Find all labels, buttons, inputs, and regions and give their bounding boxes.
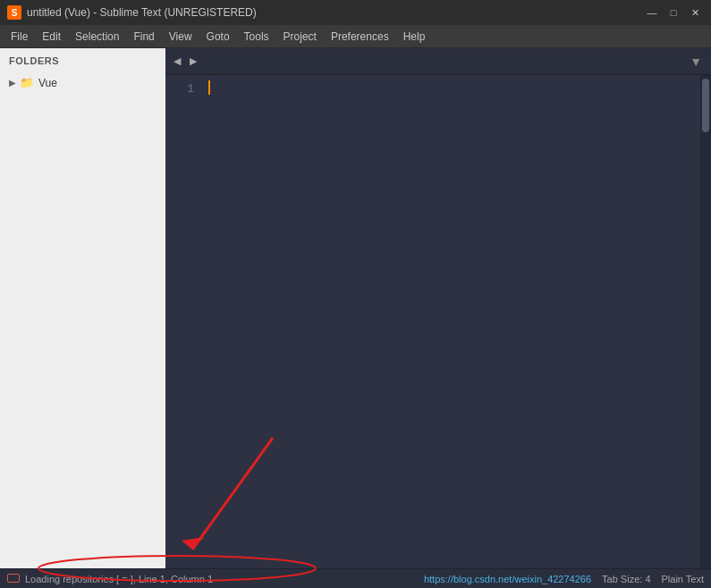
status-left: Loading repositories [ = ], Line 1, Colu… — [7, 574, 424, 584]
loading-status-text: Loading repositories [ = ], Line 1, Colu… — [25, 574, 213, 584]
menu-bar: File Edit Selection Find View Goto Tools… — [0, 25, 711, 48]
editor-area: ◀ ▶ ▼ 1 — [165, 48, 711, 568]
minimize-button[interactable]: — — [643, 4, 661, 21]
scrollbar-thumb[interactable] — [702, 79, 709, 132]
title-bar: S untitled (Vue) - Sublime Text (UNREGIS… — [0, 0, 711, 25]
sidebar-content: ▶ 📁 Vue — [0, 71, 165, 568]
sidebar-header: FOLDERS — [0, 48, 165, 71]
tab-bar: ◀ ▶ ▼ — [165, 48, 711, 75]
code-container: 1 — [165, 75, 711, 568]
tab-size-text: Tab Size: 4 — [602, 574, 650, 584]
sidebar-item-vue[interactable]: ▶ 📁 Vue — [0, 73, 165, 92]
menu-item-selection[interactable]: Selection — [68, 29, 126, 45]
menu-item-project[interactable]: Project — [276, 29, 324, 45]
git-icon — [7, 574, 21, 584]
folder-arrow-icon: ▶ — [9, 78, 16, 88]
text-cursor — [208, 80, 210, 95]
cursor-line — [208, 80, 693, 95]
scrollbar[interactable] — [700, 75, 711, 568]
menu-item-edit[interactable]: Edit — [35, 29, 68, 45]
line-number: 1 — [165, 80, 194, 99]
menu-item-view[interactable]: View — [162, 29, 199, 45]
close-button[interactable]: ✕ — [686, 4, 704, 21]
main-layout: FOLDERS ▶ 📁 Vue ◀ ▶ ▼ 1 — [0, 48, 711, 568]
status-right: https://blog.csdn.net/weixin_42274266 Ta… — [424, 574, 704, 584]
git-status-icon — [7, 574, 20, 583]
menu-item-preferences[interactable]: Preferences — [324, 29, 396, 45]
menu-item-help[interactable]: Help — [396, 29, 433, 45]
tab-dropdown-button[interactable]: ▼ — [684, 55, 707, 69]
sidebar: FOLDERS ▶ 📁 Vue — [0, 48, 165, 568]
menu-item-find[interactable]: Find — [126, 29, 161, 45]
folder-icon: 📁 — [20, 76, 34, 89]
line-numbers: 1 — [165, 75, 201, 568]
window-controls: — □ ✕ — [643, 4, 704, 21]
status-bar: Loading repositories [ = ], Line 1, Colu… — [0, 568, 711, 588]
url-text: https://blog.csdn.net/weixin_42274266 — [424, 574, 591, 584]
folder-label: Vue — [38, 77, 57, 89]
menu-item-file[interactable]: File — [4, 29, 35, 45]
menu-item-goto[interactable]: Goto — [199, 29, 237, 45]
tab-prev-button[interactable]: ◀ — [169, 54, 185, 69]
app-icon: S — [7, 5, 21, 20]
code-editor[interactable] — [201, 75, 700, 568]
menu-item-tools[interactable]: Tools — [237, 29, 276, 45]
window-title: untitled (Vue) - Sublime Text (UNREGISTE… — [27, 6, 643, 19]
tab-next-button[interactable]: ▶ — [185, 54, 201, 69]
maximize-button[interactable]: □ — [664, 4, 682, 21]
file-type-text: Plain Text — [662, 574, 705, 584]
